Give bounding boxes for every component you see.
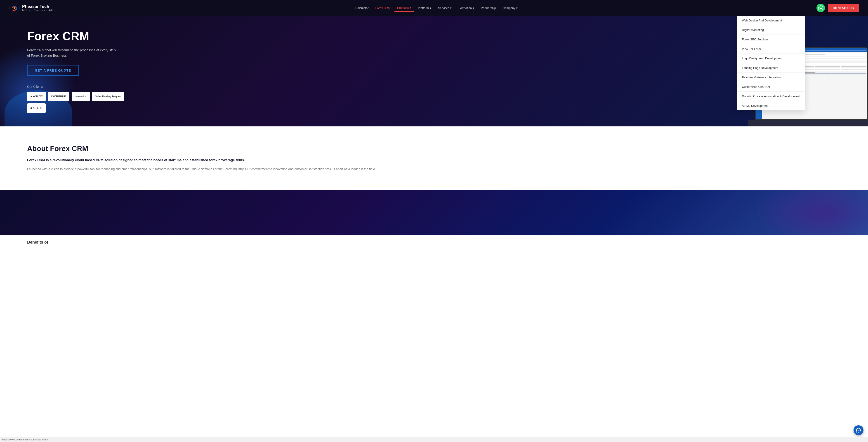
dropdown-item-web[interactable]: Web Design And Development xyxy=(737,16,805,25)
dropdown-item-landing[interactable]: Landing Page Development xyxy=(737,63,805,73)
about-section: About Forex CRM Forex CRM is a revolutio… xyxy=(0,127,868,190)
benefits-label: Benefits of xyxy=(27,240,48,244)
crm-ticket-cell xyxy=(832,73,866,74)
main-nav: Calculator Forex CRM Products ▾ Platform… xyxy=(352,4,520,12)
dropdown-item-seo[interactable]: Forex SEO Services xyxy=(737,35,805,44)
client-xcflow-text: ✦ XCFLOW xyxy=(30,95,42,98)
crm-table-cell xyxy=(841,66,866,67)
laptop-base xyxy=(748,120,868,127)
crm-table-cell xyxy=(841,68,866,68)
nav-company[interactable]: Company ▾ xyxy=(500,4,520,11)
client-venture-text: V⁴ VENTURE6 xyxy=(51,95,66,98)
dropdown-item-ppc[interactable]: PPC For Forex xyxy=(737,44,805,54)
nav-services[interactable]: Services ▾ xyxy=(435,4,454,11)
client-swiss-text: Swiss Funding Program xyxy=(95,95,121,98)
crm-table-cell xyxy=(815,69,840,70)
dropdown-item-rpa[interactable]: Robotic Process Automation & Development xyxy=(737,92,805,101)
client-vitaworks-text: vitaworks xyxy=(75,95,86,98)
crm-table-cell xyxy=(841,69,866,70)
dropdown-item-payment[interactable]: Payment Gateway Integration xyxy=(737,73,805,82)
services-dropdown: Web Design And Development Digital Marke… xyxy=(737,16,805,110)
hero-content: Forex CRM Forex CRM that will streamline… xyxy=(27,29,140,113)
client-logo-septo[interactable]: ⬟ Septo Fx xyxy=(27,103,46,113)
clients-logos: ✦ XCFLOW V⁴ VENTURE6 vitaworks Swiss Fun… xyxy=(27,92,140,113)
svg-point-1 xyxy=(13,7,16,9)
logo-name: PheasanTech xyxy=(22,4,57,9)
client-logo-venture[interactable]: V⁴ VENTURE6 xyxy=(48,92,69,101)
hero-desc: Forex CRM that will streamline the proce… xyxy=(27,47,140,58)
nav-forex-crm[interactable]: Forex CRM xyxy=(373,4,393,11)
about-highlight-text: Forex CRM is a revolutionary cloud based… xyxy=(27,157,841,163)
nav-partnership[interactable]: Partnership xyxy=(478,4,499,11)
whatsapp-button[interactable] xyxy=(816,4,825,12)
logo-tagline: Influx · Conquer · Adept xyxy=(22,9,57,11)
client-logo-swiss[interactable]: Swiss Funding Program xyxy=(92,92,124,101)
about-body-text: Launched with a vision to provide a powe… xyxy=(27,166,841,172)
dropdown-item-logo[interactable]: Logo Design And Development xyxy=(737,54,805,63)
clients-section: Our Clients ✦ XCFLOW V⁴ VENTURE6 vitawor… xyxy=(27,85,140,113)
about-title: About Forex CRM xyxy=(27,144,841,153)
whatsapp-icon xyxy=(818,5,823,10)
client-logo-vitaworks[interactable]: vitaworks xyxy=(72,92,90,101)
logo-text: PheasanTech Influx · Conquer · Adept xyxy=(22,4,57,11)
dropdown-item-aiml[interactable]: AI/ ML Development xyxy=(737,101,805,110)
header: PheasanTech Influx · Conquer · Adept Cal… xyxy=(0,0,868,16)
hero-title: Forex CRM xyxy=(27,29,140,43)
dropdown-item-chatbot[interactable]: Customized ChatBOT xyxy=(737,82,805,92)
contact-button[interactable]: CONTACT US xyxy=(828,4,859,12)
hero-cta-button[interactable]: GET A FREE QUOTE xyxy=(27,65,79,76)
clients-label: Our Clients xyxy=(27,85,140,89)
dropdown-item-digital[interactable]: Digital Marketing xyxy=(737,25,805,35)
bottom-wave-section xyxy=(0,190,868,235)
nav-calculator[interactable]: Calculator xyxy=(352,4,371,11)
client-logo-xcflow[interactable]: ✦ XCFLOW xyxy=(27,92,46,101)
nav-products[interactable]: Products ▾ xyxy=(395,4,414,12)
logo-icon xyxy=(9,2,20,13)
nav-platform[interactable]: Platform ▾ xyxy=(415,4,434,11)
header-right: CONTACT US xyxy=(816,4,859,12)
client-septo-text: ⬟ Septo Fx xyxy=(30,107,42,109)
crm-table-cell xyxy=(815,66,840,67)
logo-area[interactable]: PheasanTech Influx · Conquer · Adept xyxy=(9,2,57,13)
benefits-bar: Benefits of xyxy=(0,235,868,249)
crm-table-cell xyxy=(815,68,840,68)
nav-formation[interactable]: Formation ▾ xyxy=(456,4,477,11)
